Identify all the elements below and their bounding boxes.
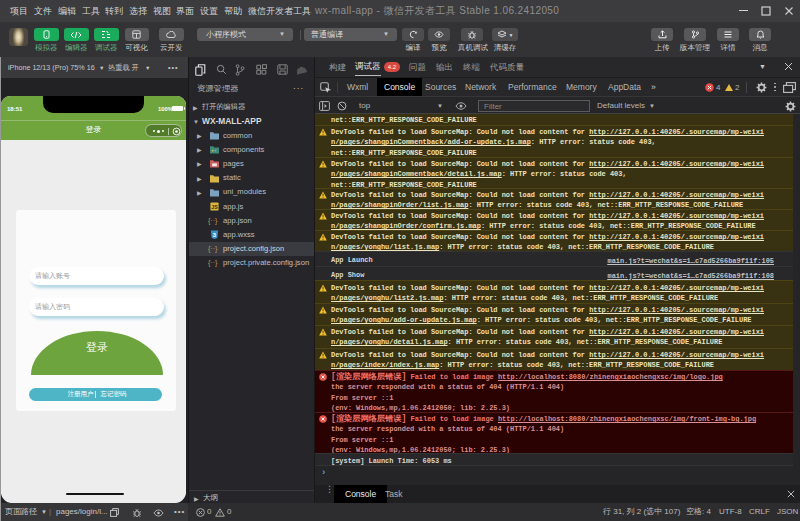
svg-text:JS: JS	[211, 204, 218, 210]
